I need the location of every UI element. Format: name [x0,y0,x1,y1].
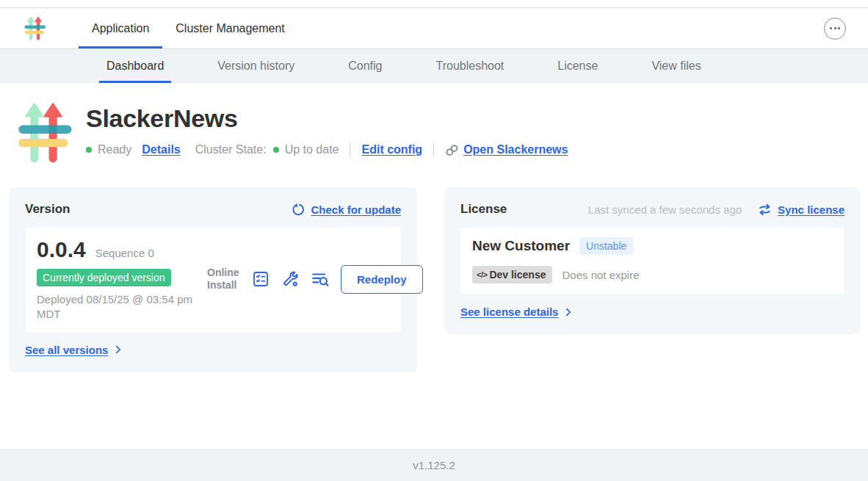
chevron-right-icon [563,307,574,317]
subnav-tab-dashboard[interactable]: Dashboard [99,49,171,83]
divider [350,142,350,157]
open-app-link[interactable]: Open Slackernews [463,143,568,156]
subnav-tab-license[interactable]: License [550,49,605,83]
sync-arrows-icon [758,203,772,216]
app-logo-large [18,102,73,165]
slackernews-logo-icon [18,102,73,165]
license-expiry: Does not expire [562,269,639,281]
dashboard-cards: Version Check for update 0.0.4 Sequence [9,187,861,372]
version-card-title: Version [25,202,70,217]
license-type-badge: </> Dev license [472,266,552,283]
app-logo-small[interactable] [24,14,46,43]
subnav-license-label: License [557,59,598,73]
deployed-timestamp: Deployed 08/15/25 @ 03:54 pm MDT [37,292,207,322]
subnav-tab-version-history[interactable]: Version history [210,49,302,83]
tab-cluster-management-label: Cluster Management [176,22,285,35]
cluster-state-label: Cluster State: [195,143,267,156]
subnav-version-history-label: Version history [217,59,294,73]
status-details-link[interactable]: Details [142,143,180,156]
subnav-config-label: Config [348,59,382,73]
tab-application-label: Application [92,22,149,35]
current-version-panel: 0.0.4 Sequence 0 Currently deployed vers… [25,227,401,333]
page: Application Cluster Management Dashboard… [0,0,868,481]
footer-bar: v1.125.2 [0,449,868,481]
cluster-state-value: Up to date [285,143,339,156]
license-card-title: License [460,202,507,217]
configure-version-button[interactable] [281,270,300,289]
divider [433,142,434,157]
code-brackets-icon: </> [477,270,487,279]
deployed-badge: Currently deployed version [37,269,171,286]
subnav-tab-config[interactable]: Config [341,49,389,83]
link-chain-icon [445,143,459,157]
license-panel: New Customer Unstable </> Dev license Do… [460,227,845,294]
subnav-dashboard-label: Dashboard [106,59,164,73]
preflight-checks-button[interactable] [252,270,270,288]
install-type-label: Online Install [207,267,241,292]
tab-application[interactable]: Application [79,8,162,48]
license-card: License Last synced a few seconds ago Sy… [444,187,861,334]
subnav-troubleshoot-label: Troubleshoot [435,59,504,73]
console-version: v1.125.2 [413,459,455,471]
app-heading-block: SlackerNews Ready Details Cluster State:… [18,102,868,165]
customer-name: New Customer [472,238,570,254]
version-card: Version Check for update 0.0.4 Sequence [9,187,417,372]
cluster-state-dot [273,147,279,153]
check-for-update-link[interactable]: Check for update [311,203,401,216]
edit-config-link[interactable]: Edit config [361,143,422,156]
ellipsis-icon [830,27,832,29]
redeploy-button[interactable]: Redeploy [341,265,423,294]
sync-license-link[interactable]: Sync license [778,203,845,216]
app-subnav: Dashboard Version history Config Trouble… [0,49,868,83]
app-status-dot [86,147,92,153]
view-diff-button[interactable] [311,270,330,289]
overflow-menu-button[interactable] [824,18,846,40]
wrench-gear-icon [281,270,300,289]
license-type-label: Dev license [489,269,546,281]
header-bar: Application Cluster Management [0,8,868,49]
chevron-right-icon [113,344,123,355]
lines-magnifier-icon [311,270,330,289]
app-title: SlackerNews [86,104,568,133]
last-synced-text: Last synced a few seconds ago [588,203,742,216]
main-nav: Application Cluster Management [79,8,298,48]
version-sequence: Sequence 0 [95,247,154,259]
subnav-tab-troubleshoot[interactable]: Troubleshoot [428,49,511,83]
version-info: 0.0.4 Sequence 0 Currently deployed vers… [37,237,207,322]
tab-cluster-management[interactable]: Cluster Management [162,8,298,48]
subnav-tab-view-files[interactable]: View files [644,49,708,83]
dashboard-main: SlackerNews Ready Details Cluster State:… [0,83,868,372]
slackernews-logo-icon [24,14,46,43]
app-status-text: Ready [98,143,131,156]
see-all-versions-link[interactable]: See all versions [25,344,108,356]
subnav-view-files-label: View files [651,59,701,73]
refresh-icon [291,203,305,217]
checklist-icon [252,270,270,288]
top-strip [0,0,868,8]
channel-badge: Unstable [579,237,633,255]
see-license-details-link[interactable]: See license details [460,305,558,318]
version-number: 0.0.4 [37,237,86,262]
app-status-row: Ready Details Cluster State: Up to date … [86,142,568,157]
